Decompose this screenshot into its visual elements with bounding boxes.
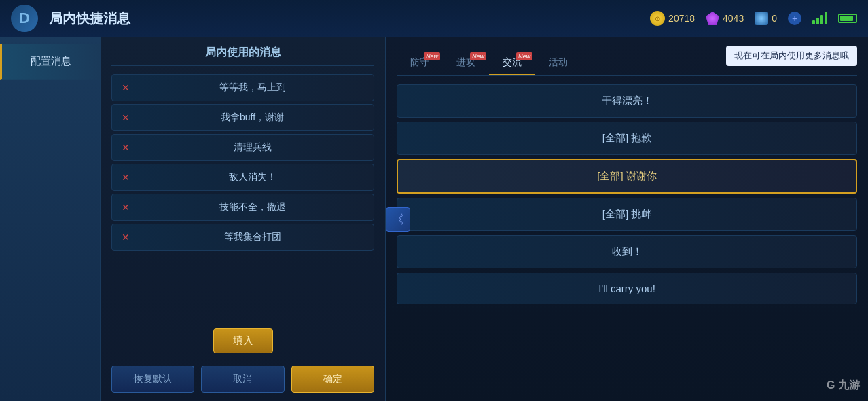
tab-防守[interactable]: 防守New [397, 51, 443, 75]
page-title: 局内快捷消息 [49, 10, 650, 28]
message-text: 敌人消失！ [139, 171, 365, 184]
signal-icon [812, 12, 827, 24]
coins-value: 20718 [668, 13, 695, 24]
bottom-buttons: 恢复默认 取消 确定 [111, 366, 374, 393]
delete-message-button[interactable]: ✕ [120, 82, 131, 93]
delete-message-button[interactable]: ✕ [120, 112, 131, 123]
option-button[interactable]: I'll carry you! [397, 273, 857, 304]
main-content: 配置消息 局内使用的消息 ✕ 等等我，马上到 ✕ 我拿buff，谢谢 ✕ 清理兵… [0, 37, 868, 401]
cancel-button[interactable]: 取消 [201, 366, 284, 393]
delete-message-button[interactable]: ✕ [120, 172, 131, 183]
option-button[interactable]: [全部] 抱歉 [397, 122, 857, 155]
message-row: ✕ 我拿buff，谢谢 [111, 104, 374, 131]
message-row: ✕ 等我集合打团 [111, 224, 374, 251]
gems-value: 4043 [723, 13, 744, 24]
arrow-button[interactable]: 《 [386, 207, 410, 232]
battery-icon [838, 14, 857, 23]
message-row: ✕ 清理兵线 [111, 134, 374, 161]
option-button[interactable]: 收到！ [397, 235, 857, 268]
message-text: 等等我，马上到 [139, 82, 365, 94]
message-row: ✕ 技能不全，撤退 [111, 194, 374, 221]
tab-活动[interactable]: 活动 [535, 51, 581, 75]
confirm-button[interactable]: 确定 [291, 366, 374, 393]
message-row: ✕ 敌人消失！ [111, 164, 374, 191]
coins-display: ⊙ 20718 [650, 11, 695, 26]
message-text: 我拿buff，谢谢 [139, 111, 365, 124]
tickets-value: 0 [772, 13, 777, 24]
ticket-icon [755, 12, 768, 25]
message-row: ✕ 等等我，马上到 [111, 74, 374, 101]
top-bar-right: ⊙ 20718 4043 0 + [650, 11, 857, 26]
message-text: 技能不全，撤退 [139, 201, 365, 213]
message-text: 清理兵线 [139, 141, 365, 154]
message-list: ✕ 等等我，马上到 ✕ 我拿buff，谢谢 ✕ 清理兵线 ✕ 敌人消失！ ✕ 技… [111, 74, 374, 321]
right-panel: 现在可在局内使用更多消息哦 防守New进攻New交流New活动 干得漂亮！[全部… [386, 37, 868, 401]
gem-icon [706, 12, 719, 25]
delete-message-button[interactable]: ✕ [120, 142, 131, 153]
gems-display: 4043 [706, 12, 744, 25]
tickets-display: 0 [755, 12, 777, 25]
new-badge: New [424, 52, 440, 60]
top-bar: D 局内快捷消息 ⊙ 20718 4043 0 + [0, 0, 868, 37]
new-badge: New [516, 52, 532, 60]
delete-message-button[interactable]: ✕ [120, 232, 131, 243]
add-currency-button[interactable]: + [788, 12, 801, 25]
option-button[interactable]: [全部] 挑衅 [397, 198, 857, 231]
restore-default-button[interactable]: 恢复默认 [111, 366, 194, 393]
option-button[interactable]: 干得漂亮！ [397, 84, 857, 118]
sidebar: 配置消息 [0, 37, 101, 401]
new-badge: New [470, 52, 486, 60]
coin-icon: ⊙ [650, 11, 665, 26]
middle-panel: 局内使用的消息 ✕ 等等我，马上到 ✕ 我拿buff，谢谢 ✕ 清理兵线 ✕ 敌… [101, 37, 386, 401]
watermark: G 九游 [827, 379, 860, 393]
tab-进攻[interactable]: 进攻New [443, 51, 489, 75]
fill-button[interactable]: 填入 [213, 328, 273, 353]
delete-message-button[interactable]: ✕ [120, 202, 131, 213]
logo-icon: D [11, 5, 38, 32]
tooltip-box: 现在可在局内使用更多消息哦 [726, 46, 857, 66]
message-text: 等我集合打团 [139, 231, 365, 243]
panel-title: 局内使用的消息 [111, 46, 374, 66]
option-button[interactable]: [全部] 谢谢你 [397, 159, 857, 194]
tab-交流[interactable]: 交流New [489, 51, 535, 75]
options-list: 干得漂亮！[全部] 抱歉[全部] 谢谢你[全部] 挑衅收到！I'll carry… [397, 84, 857, 304]
sidebar-item-config[interactable]: 配置消息 [0, 44, 100, 80]
